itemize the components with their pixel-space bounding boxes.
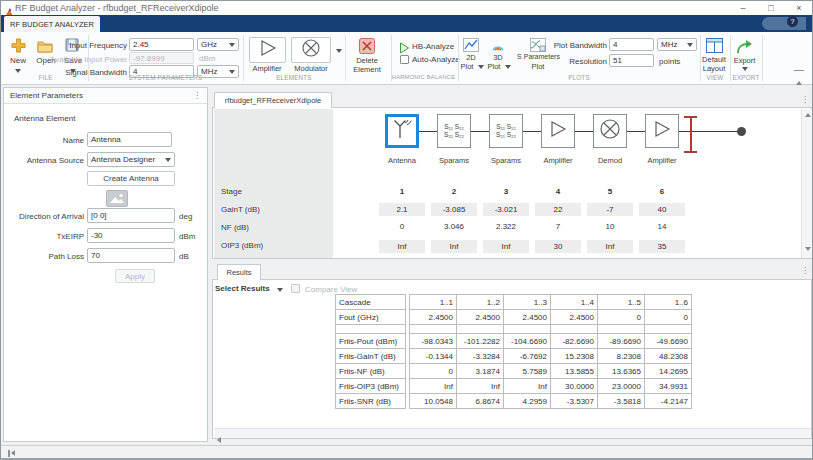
amplifier-button[interactable] bbox=[249, 37, 286, 63]
stage-value-cell[interactable]: Inf bbox=[587, 240, 633, 253]
stage-value-cell[interactable]: 2.1 bbox=[379, 203, 425, 216]
delete-element-label-2[interactable]: Element bbox=[347, 65, 387, 74]
2d-plot-label-top[interactable]: 2D bbox=[460, 53, 482, 62]
tab-results[interactable]: Results bbox=[217, 264, 261, 280]
panel-options-icon[interactable]: ⋮ bbox=[193, 92, 201, 100]
diagram-block-sparams[interactable]: S₁₁ S₁₂S₂₁ S₂₂ bbox=[489, 114, 523, 148]
results-data-cell: Inf bbox=[504, 379, 551, 394]
stage-value-cell[interactable]: 22 bbox=[535, 203, 581, 216]
diagram-block-demod[interactable] bbox=[593, 114, 627, 148]
chevron-down-icon bbox=[229, 70, 235, 74]
export-caret-icon[interactable] bbox=[742, 67, 748, 71]
results-data-cell: 3.1874 bbox=[457, 364, 504, 379]
export-button-label[interactable]: Export bbox=[729, 56, 760, 65]
view-section-label: VIEW bbox=[700, 74, 730, 81]
stage-value-cell[interactable]: -3.085 bbox=[431, 203, 477, 216]
tab-rfbudget-document[interactable]: rfbudget_RFReceiverXdipole bbox=[214, 92, 332, 108]
stage-value-cell[interactable]: -7 bbox=[587, 203, 633, 216]
stage-value: 3.046 bbox=[431, 222, 477, 231]
plot-bandwidth-unit-select[interactable]: MHz bbox=[657, 38, 697, 51]
stage-value: 10 bbox=[587, 222, 633, 231]
delete-element-icon[interactable] bbox=[359, 38, 375, 58]
amplifier-button-label[interactable]: Amplifier bbox=[242, 64, 292, 73]
direction-of-arrival-field[interactable]: [0 0] bbox=[87, 208, 175, 223]
new-button[interactable]: New bbox=[5, 56, 31, 65]
collapse-toolstrip-icon[interactable] bbox=[794, 70, 804, 89]
apply-button[interactable]: Apply bbox=[115, 269, 155, 283]
minimize-button[interactable]: – bbox=[730, 1, 756, 15]
help-pill[interactable] bbox=[762, 17, 806, 30]
txeirp-field[interactable]: -30 bbox=[87, 228, 175, 243]
results-data-cell: Inf bbox=[410, 379, 457, 394]
results-data-cell: 48.2308 bbox=[645, 349, 692, 364]
results-data-cell bbox=[598, 325, 645, 334]
txeirp-label: TxEIRP bbox=[4, 232, 84, 241]
input-frequency-unit-select[interactable]: GHz bbox=[197, 38, 239, 51]
plot-bandwidth-field[interactable]: 4 bbox=[609, 38, 654, 51]
antenna-source-select[interactable]: Antenna Designer bbox=[87, 152, 175, 167]
horizontal-scrollbar[interactable] bbox=[214, 428, 811, 438]
modulator-button-label[interactable]: Modulator bbox=[286, 64, 336, 73]
stage-value: 7 bbox=[535, 222, 581, 231]
stage-value-cell[interactable]: Inf bbox=[379, 240, 425, 253]
diagram-block-amplifier[interactable] bbox=[541, 114, 575, 148]
modulator-button[interactable] bbox=[291, 37, 331, 63]
default-layout-label-2[interactable]: Layout bbox=[699, 64, 729, 73]
collapse-panel-arrow-icon[interactable] bbox=[11, 450, 15, 456]
scroll-down-icon[interactable] bbox=[805, 247, 811, 251]
create-antenna-button[interactable]: Create Antenna bbox=[87, 171, 175, 186]
new-icon[interactable] bbox=[11, 38, 26, 57]
input-frequency-field[interactable]: 2.45 bbox=[129, 38, 194, 51]
s-parameters-label-bottom[interactable]: Plot bbox=[525, 62, 551, 71]
results-row-header-cell: Cascade bbox=[336, 295, 406, 310]
maximize-button[interactable]: □ bbox=[758, 1, 784, 15]
diagram-options-icon[interactable]: ⋮ bbox=[801, 96, 809, 104]
stage-value-cell[interactable]: Inf bbox=[483, 240, 529, 253]
vertical-scrollbar[interactable] bbox=[801, 109, 812, 258]
output-marker-cap-icon bbox=[684, 151, 697, 153]
collapse-panel-bar-icon[interactable] bbox=[8, 450, 10, 457]
results-data-cell: 1..1 bbox=[410, 295, 457, 310]
delete-element-label-1[interactable]: Delete bbox=[347, 56, 387, 65]
hb-analyze-button[interactable]: HB-Analyze bbox=[412, 42, 454, 51]
diagram-block-sparams[interactable]: S₁₁ S₁₂S₂₁ S₂₂ bbox=[437, 114, 471, 148]
auto-analyze-checkbox[interactable] bbox=[400, 55, 409, 64]
3d-plot-label-bottom[interactable]: Plot bbox=[483, 62, 505, 71]
mixer-block-icon bbox=[597, 116, 623, 146]
help-icon[interactable]: ? bbox=[787, 16, 798, 27]
2d-plot-label-bottom[interactable]: Plot bbox=[456, 62, 478, 71]
results-data-cell: 6.8674 bbox=[457, 394, 504, 409]
auto-analyze-label[interactable]: Auto-Analyze bbox=[412, 55, 460, 64]
scroll-up-icon[interactable] bbox=[805, 113, 811, 117]
resolution-label: Resolution bbox=[551, 57, 607, 66]
block-label: Amplifier bbox=[632, 156, 692, 165]
chevron-down-icon bbox=[687, 43, 693, 47]
stage-value-cell[interactable]: -3.021 bbox=[483, 203, 529, 216]
results-data-cell: 1..6 bbox=[645, 295, 692, 310]
stage-value: 6 bbox=[639, 187, 685, 196]
default-layout-label-1[interactable]: Default bbox=[699, 55, 729, 64]
direction-of-arrival-label: Direction of Arrival bbox=[4, 212, 84, 221]
path-loss-field[interactable]: 70 bbox=[87, 248, 175, 263]
stage-value-cell[interactable]: 35 bbox=[639, 240, 685, 253]
stage-value: 1 bbox=[379, 187, 425, 196]
results-options-icon[interactable]: ⋮ bbox=[801, 267, 809, 275]
3d-plot-label-top[interactable]: 3D bbox=[487, 53, 509, 62]
name-field[interactable]: Antenna bbox=[87, 132, 172, 147]
diagram-block-amplifier[interactable] bbox=[645, 114, 679, 148]
diagram-block-antenna[interactable] bbox=[385, 114, 419, 148]
close-button[interactable]: × bbox=[786, 1, 812, 15]
resolution-field[interactable]: 51 bbox=[609, 54, 654, 67]
select-results-caret-icon[interactable] bbox=[277, 288, 283, 292]
results-data-cell: 30.0000 bbox=[551, 379, 598, 394]
stage-value-cell[interactable]: Inf bbox=[431, 240, 477, 253]
select-results-button[interactable]: Select Results bbox=[215, 284, 270, 293]
stage-value-cell[interactable]: 40 bbox=[639, 203, 685, 216]
compare-view-checkbox[interactable] bbox=[291, 284, 300, 293]
tab-rf-budget-analyzer[interactable]: RF BUDGET ANALYZER bbox=[4, 16, 100, 32]
3d-plot-caret-icon[interactable] bbox=[505, 65, 511, 69]
elements-gallery-caret-icon[interactable] bbox=[336, 49, 342, 53]
new-dropdown-caret-icon[interactable] bbox=[15, 69, 21, 73]
sparams-matrix-line: S₁₁ S₁₂ bbox=[496, 123, 516, 131]
stage-value-cell[interactable]: 30 bbox=[535, 240, 581, 253]
